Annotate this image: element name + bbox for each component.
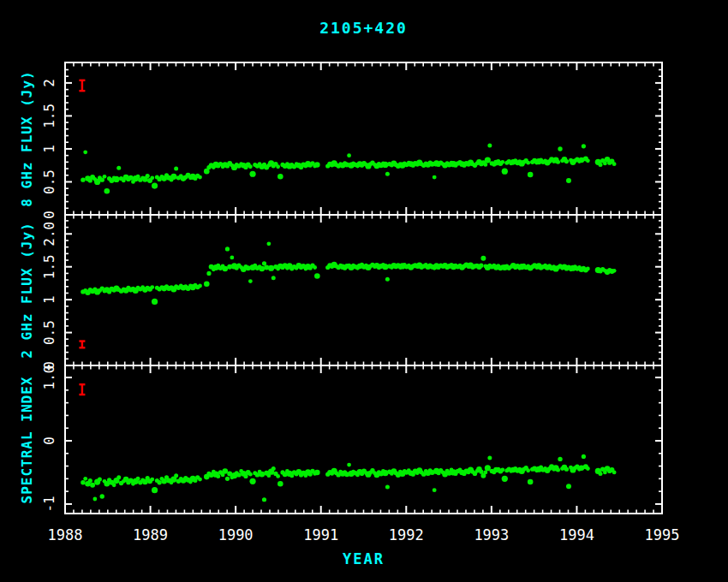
data-point bbox=[222, 266, 228, 272]
pgplot-monitoring-chart: 2105+420 8 GHz FLUX (Jy) 2 GHz FLUX (Jy)… bbox=[0, 0, 728, 582]
data-point bbox=[566, 178, 571, 183]
data-point bbox=[502, 169, 508, 175]
data-point bbox=[225, 246, 230, 251]
x-tick-label: 1988 bbox=[48, 526, 83, 543]
data-point bbox=[81, 480, 85, 484]
y-tick-label: 1.0 bbox=[41, 365, 57, 390]
y-tick-label: 0.5 bbox=[41, 169, 57, 194]
data-point bbox=[146, 174, 150, 178]
data-point bbox=[272, 276, 276, 280]
data-point bbox=[385, 277, 390, 282]
data-point bbox=[150, 175, 154, 180]
data-point bbox=[222, 468, 228, 474]
data-point bbox=[216, 474, 220, 478]
data-point bbox=[277, 481, 283, 487]
plot-canvas: 21.510.502.01.510.501.00-119881989199019… bbox=[0, 0, 728, 582]
data-point bbox=[487, 144, 492, 148]
y-tick-label: 1 bbox=[41, 295, 57, 304]
data-point bbox=[272, 466, 276, 471]
data-point bbox=[262, 497, 266, 502]
data-point bbox=[564, 159, 569, 163]
data-point bbox=[248, 279, 253, 283]
data-point bbox=[236, 472, 241, 477]
data-point bbox=[113, 176, 119, 182]
data-point bbox=[433, 175, 437, 180]
data-point bbox=[230, 256, 234, 260]
data-point bbox=[558, 457, 562, 461]
x-tick-label: 1994 bbox=[559, 526, 594, 543]
data-point bbox=[152, 182, 158, 188]
data-point bbox=[586, 466, 590, 471]
x-tick-label: 1992 bbox=[389, 526, 424, 543]
data-point bbox=[150, 285, 154, 289]
data-point bbox=[586, 158, 590, 163]
data-point bbox=[526, 161, 530, 165]
plot-frame bbox=[65, 62, 662, 514]
data-point bbox=[347, 153, 351, 157]
data-point bbox=[526, 468, 530, 472]
y-tick-label: 1.5 bbox=[41, 104, 57, 128]
x-tick-label: 1990 bbox=[218, 526, 254, 543]
data-point bbox=[582, 144, 586, 148]
data-point bbox=[347, 463, 351, 467]
data-point bbox=[612, 269, 617, 273]
data-point bbox=[136, 477, 140, 481]
data-point bbox=[174, 473, 178, 478]
data-point bbox=[556, 467, 560, 472]
data-point bbox=[564, 467, 569, 472]
data-point bbox=[276, 164, 280, 169]
data-point bbox=[198, 478, 202, 482]
data-point bbox=[150, 478, 154, 482]
y-tick-label: 2 bbox=[41, 79, 57, 87]
y-tick-label: 1.5 bbox=[41, 254, 57, 279]
data-point bbox=[198, 175, 202, 180]
data-point bbox=[558, 146, 562, 151]
data-point bbox=[103, 175, 107, 179]
data-point bbox=[100, 494, 104, 498]
data-point bbox=[483, 163, 487, 167]
x-tick-label: 1995 bbox=[645, 526, 680, 543]
data-point bbox=[248, 472, 253, 477]
data-point bbox=[225, 477, 230, 481]
data-point bbox=[314, 162, 320, 168]
data-point bbox=[249, 171, 255, 177]
data-point bbox=[98, 478, 102, 482]
data-point bbox=[480, 256, 486, 261]
data-point bbox=[500, 468, 504, 472]
data-point bbox=[277, 174, 283, 180]
data-point bbox=[83, 150, 87, 154]
x-tick-label: 1991 bbox=[303, 526, 338, 543]
y-tick-label: 1 bbox=[41, 145, 57, 153]
data-point bbox=[385, 484, 390, 489]
data-point bbox=[485, 157, 491, 163]
data-point bbox=[276, 474, 280, 478]
data-point bbox=[204, 281, 210, 287]
data-point bbox=[174, 167, 178, 171]
data-point bbox=[116, 166, 121, 170]
data-point bbox=[313, 265, 317, 270]
data-point bbox=[582, 454, 586, 459]
data-point bbox=[612, 471, 617, 475]
data-point bbox=[170, 174, 176, 180]
data-point bbox=[433, 488, 437, 492]
data-point bbox=[314, 470, 320, 476]
data-point bbox=[500, 160, 504, 164]
y-tick-label: 0.5 bbox=[41, 320, 57, 345]
data-point bbox=[266, 241, 271, 246]
data-point bbox=[528, 172, 534, 178]
data-point bbox=[385, 172, 390, 176]
data-point bbox=[260, 472, 266, 478]
y-tick-label: -1 bbox=[41, 496, 57, 512]
data-point bbox=[157, 480, 161, 484]
data-point bbox=[260, 266, 266, 272]
data-point bbox=[116, 475, 121, 479]
data-point bbox=[487, 455, 492, 460]
data-point bbox=[112, 483, 116, 487]
data-point bbox=[556, 160, 560, 164]
data-point bbox=[485, 465, 491, 471]
data-point bbox=[152, 299, 158, 305]
data-point bbox=[104, 188, 110, 194]
data-point bbox=[198, 284, 202, 288]
data-point bbox=[83, 477, 87, 481]
data-point bbox=[566, 484, 571, 489]
